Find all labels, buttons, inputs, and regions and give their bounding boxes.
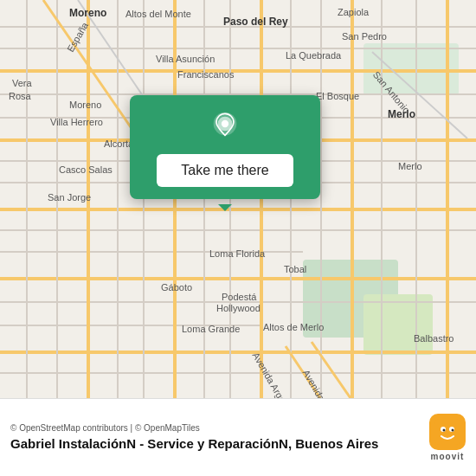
moovit-icon: [429, 414, 466, 450]
place-info: © OpenStreetMap contributors | © OpenMap…: [10, 423, 429, 452]
moovit-label: moovit: [431, 452, 465, 461]
road-v6: [173, 0, 177, 398]
road-v11: [320, 0, 322, 398]
svg-point-7: [222, 120, 228, 127]
road-h9: [0, 208, 476, 211]
road-h10: [0, 229, 476, 231]
map: Moreno Paso del Rey Zapiola San Pedro La…: [0, 0, 476, 398]
road-h12: [0, 277, 476, 280]
road-v5: [143, 0, 145, 398]
road-v13: [381, 0, 383, 398]
road-h1: [0, 26, 476, 28]
green-area-2: [363, 294, 433, 355]
take-me-there-button[interactable]: Take me there: [157, 154, 293, 187]
svg-point-12: [452, 429, 454, 432]
moovit-logo[interactable]: moovit: [429, 414, 466, 461]
bottom-bar: © OpenStreetMap contributors | © OpenMap…: [0, 398, 476, 476]
road-v1: [26, 0, 28, 398]
road-v7: [203, 0, 205, 398]
road-h3: [0, 69, 476, 73]
road-v2: [56, 0, 58, 398]
place-name-text: Gabriel InstalaciónN - Service y Reparac…: [10, 436, 378, 451]
road-h16: [0, 372, 476, 374]
road-h13: [0, 301, 476, 303]
svg-point-11: [443, 429, 446, 432]
road-h11: [0, 251, 303, 253]
road-v10: [290, 0, 292, 398]
location-pin-icon: [208, 111, 242, 145]
road-h14: [0, 325, 260, 326]
svg-rect-8: [434, 419, 460, 445]
road-v8: [229, 0, 231, 398]
attribution-text: © OpenStreetMap contributors | © OpenMap…: [10, 423, 429, 433]
road-h2: [0, 48, 476, 49]
road-v4: [117, 0, 119, 398]
popup-card: Take me there: [130, 95, 320, 199]
road-v9: [260, 0, 263, 398]
road-v12: [351, 0, 354, 398]
moovit-svg: [434, 419, 460, 445]
road-h15: [0, 351, 476, 354]
road-v3: [87, 0, 90, 398]
road-v14: [415, 0, 417, 398]
road-v15: [446, 0, 449, 398]
